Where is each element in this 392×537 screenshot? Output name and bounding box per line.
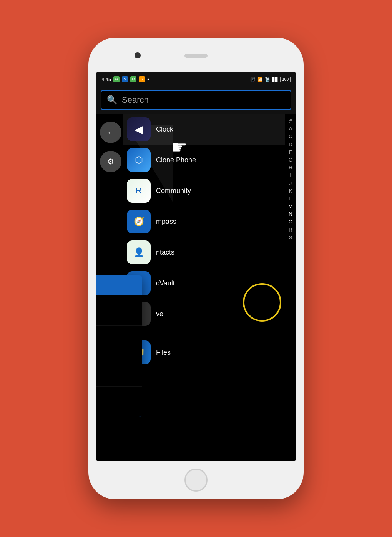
status-right: 📳 📶 📡 ▊▊ 100	[250, 77, 291, 82]
list-item[interactable]: 🧭 mpass	[123, 206, 285, 237]
list-item[interactable]: 👤 ntacts	[123, 237, 285, 268]
cvault-app-name: cVault	[156, 279, 175, 287]
status-bar: 4:45 G S M R • 📳 📶 📡 ▊▊ 100	[96, 72, 296, 86]
phone-camera	[135, 52, 141, 58]
back-icon: ←	[107, 128, 115, 137]
alpha-l[interactable]: L	[289, 195, 292, 202]
back-button[interactable]: ←	[100, 122, 121, 143]
search-icon: 🔍	[107, 95, 117, 105]
menu-item-pin[interactable]: 📌 Pin	[96, 295, 142, 326]
context-menu-title: Clock	[96, 275, 142, 295]
wifi-icon: 📶	[257, 77, 263, 82]
alpha-hash[interactable]: #	[289, 118, 292, 125]
dot-icon: •	[147, 77, 149, 82]
search-placeholder: Search	[122, 95, 149, 105]
phone-home-button[interactable]	[184, 469, 208, 492]
phone-screen: 4:45 G S M R • 📳 📶 📡 ▊▊ 100 🔍 Search	[96, 72, 296, 461]
menu-item-hide[interactable]: 🚫 Hide app	[96, 356, 142, 387]
alpha-n[interactable]: N	[289, 211, 292, 218]
status-left: 4:45 G S M R •	[101, 76, 149, 82]
alpha-j[interactable]: J	[289, 180, 292, 187]
alpha-r[interactable]: R	[289, 227, 292, 233]
search-bar[interactable]: 🔍 Search	[101, 90, 291, 110]
community-app-name: Community	[156, 187, 191, 195]
phone-bottom-bar	[88, 461, 304, 499]
clone-app-name: Clone Phone	[156, 156, 196, 164]
clone-app-icon: ⬡	[127, 148, 151, 172]
alpha-s[interactable]: S	[289, 234, 292, 241]
context-menu: Clock 📌 Pin 🗑️ Uninstall	[96, 275, 142, 417]
clone-icon: ⬡	[135, 155, 143, 165]
clock-app-icon: ◀	[127, 117, 151, 141]
settings-button[interactable]: ⚙	[100, 151, 121, 172]
files-app-name: Files	[156, 349, 171, 357]
live-app-name: ve	[156, 310, 163, 318]
signal-icon: 📡	[265, 77, 270, 82]
app-list-area: ← ⚙ ◀ Clock ⬡	[96, 114, 296, 368]
menu-item-appinfo[interactable]: ℹ️ App info	[96, 387, 142, 417]
compass-app-icon: 🧭	[127, 210, 151, 233]
menu-item-uninstall[interactable]: 🗑️ Uninstall	[96, 326, 142, 356]
list-item[interactable]: ⬡ Clone Phone	[123, 145, 285, 175]
community-app-icon: R	[127, 179, 151, 203]
alpha-g[interactable]: G	[289, 157, 292, 163]
status-icon-3: M	[130, 76, 136, 82]
list-item[interactable]: ▶ ve	[123, 299, 285, 329]
alpha-d[interactable]: D	[289, 141, 292, 148]
list-item[interactable]: ◀ Clock	[123, 114, 285, 145]
alpha-m[interactable]: M	[289, 203, 293, 210]
compass-icon: 🧭	[134, 217, 144, 227]
list-item[interactable]: 📁 Files	[123, 337, 285, 368]
status-icon-1: G	[113, 76, 120, 82]
community-icon: R	[136, 186, 142, 196]
alphabet-index: # A C D F G H I J K L M N O R S	[285, 114, 296, 368]
settings-icon: ⚙	[107, 157, 114, 166]
alpha-a[interactable]: A	[289, 125, 292, 132]
app-list-main: ← ⚙ ◀ Clock ⬡	[96, 114, 285, 368]
contacts-app-name: ntacts	[156, 248, 174, 257]
list-item[interactable]: R Community	[123, 175, 285, 206]
nav-buttons: ← ⚙	[96, 122, 121, 172]
contacts-app-icon: 👤	[127, 240, 151, 264]
alpha-o[interactable]: O	[289, 218, 292, 225]
alpha-c[interactable]: C	[289, 133, 292, 140]
vibrate-icon: 📳	[250, 77, 256, 82]
search-bar-container: 🔍 Search	[96, 86, 296, 114]
phone-speaker	[184, 54, 208, 58]
phone-top-bar	[88, 38, 304, 72]
phone-shell: 4:45 G S M R • 📳 📶 📡 ▊▊ 100 🔍 Search	[88, 38, 304, 499]
battery-display: 100	[280, 77, 291, 82]
alpha-k[interactable]: K	[289, 188, 292, 195]
clock-app-name: Clock	[156, 125, 173, 133]
alpha-f[interactable]: F	[289, 149, 292, 156]
time-display: 4:45	[101, 77, 111, 82]
bars-icon: ▊▊	[272, 77, 278, 82]
compass-app-name: mpass	[156, 218, 176, 226]
status-icon-2: S	[122, 76, 128, 82]
clock-icon: ◀	[135, 123, 143, 136]
contacts-icon: 👤	[134, 247, 144, 257]
status-icon-4: R	[139, 76, 145, 82]
alpha-h[interactable]: H	[289, 164, 292, 171]
alpha-i[interactable]: I	[290, 172, 291, 179]
list-item[interactable]: 🔒 cVault	[123, 268, 285, 299]
